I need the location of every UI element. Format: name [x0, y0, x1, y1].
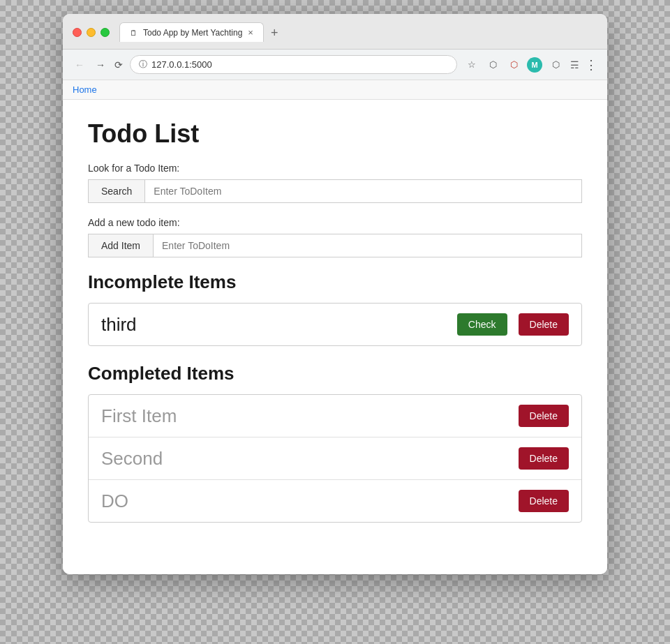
more-options-icon[interactable]: ⋮: [585, 57, 597, 73]
check-button-third[interactable]: Check: [457, 313, 507, 336]
forward-button[interactable]: →: [94, 57, 107, 73]
bookmark-bar: Home: [63, 80, 607, 100]
title-bar: 🗒 Todo App by Mert Yachting × +: [63, 14, 607, 50]
tab-close-icon[interactable]: ×: [248, 27, 253, 38]
item-text-first: First Item: [101, 405, 507, 427]
delete-button-second[interactable]: Delete: [519, 447, 569, 470]
search-input[interactable]: [144, 179, 582, 203]
search-label: Look for a Todo Item:: [88, 163, 582, 174]
table-row: DO Delete: [89, 480, 581, 522]
delete-button-do[interactable]: Delete: [519, 490, 569, 512]
extension-icon-2[interactable]: ⬡: [506, 57, 521, 73]
search-button[interactable]: Search: [88, 179, 144, 203]
bookmark-icon[interactable]: ☆: [464, 57, 479, 73]
delete-button-third[interactable]: Delete: [519, 313, 569, 336]
back-button[interactable]: ←: [73, 57, 87, 73]
secure-icon: ⓘ: [139, 59, 147, 70]
traffic-lights: [73, 28, 110, 37]
add-item-button[interactable]: Add Item: [88, 234, 153, 257]
item-text-do: DO: [101, 491, 507, 512]
extension-icon-3[interactable]: ⬡: [548, 57, 563, 73]
completed-items-list: First Item Delete Second Delete DO Delet…: [88, 394, 582, 523]
browser-window: 🗒 Todo App by Mert Yachting × + ← → ⟳ ⓘ …: [63, 14, 607, 574]
maximize-button[interactable]: [100, 28, 110, 37]
incomplete-items-list: third Check Delete: [88, 303, 582, 346]
profile-avatar[interactable]: M: [527, 57, 542, 73]
item-text-third: third: [101, 314, 446, 336]
delete-button-first[interactable]: Delete: [519, 405, 569, 427]
search-form: Search: [88, 179, 582, 203]
add-label: Add a new todo item:: [88, 217, 582, 228]
tab-area: 🗒 Todo App by Mert Yachting × +: [119, 22, 597, 42]
tab-page-icon: 🗒: [130, 29, 137, 37]
incomplete-section-title: Incomplete Items: [88, 271, 582, 293]
home-bookmark[interactable]: Home: [73, 84, 97, 95]
refresh-button[interactable]: ⟳: [114, 59, 123, 70]
url-bar[interactable]: ⓘ 127.0.0.1:5000: [130, 55, 457, 74]
tab-title: Todo App by Mert Yachting: [143, 28, 242, 38]
table-row: third Check Delete: [89, 304, 581, 345]
address-bar: ← → ⟳ ⓘ 127.0.0.1:5000 ☆ ⬡ ⬡ M ⬡ ☴ ⋮: [63, 50, 607, 80]
item-text-second: Second: [101, 448, 507, 470]
page-content: Todo List Look for a Todo Item: Search A…: [63, 100, 607, 574]
browser-actions: ☆ ⬡ ⬡ M ⬡ ☴ ⋮: [464, 57, 597, 73]
close-button[interactable]: [73, 28, 82, 37]
url-text: 127.0.0.1:5000: [151, 59, 212, 70]
table-row: Second Delete: [89, 437, 581, 480]
profile-icon[interactable]: ☴: [570, 59, 579, 70]
table-row: First Item Delete: [89, 395, 581, 437]
page-title: Todo List: [88, 119, 582, 149]
extension-icon-1[interactable]: ⬡: [485, 57, 500, 73]
minimize-button[interactable]: [87, 28, 96, 37]
new-tab-button[interactable]: +: [264, 24, 285, 42]
completed-section-title: Completed Items: [88, 363, 582, 384]
active-tab[interactable]: 🗒 Todo App by Mert Yachting ×: [119, 22, 264, 42]
add-form: Add Item: [88, 234, 582, 257]
add-input[interactable]: [153, 234, 582, 257]
